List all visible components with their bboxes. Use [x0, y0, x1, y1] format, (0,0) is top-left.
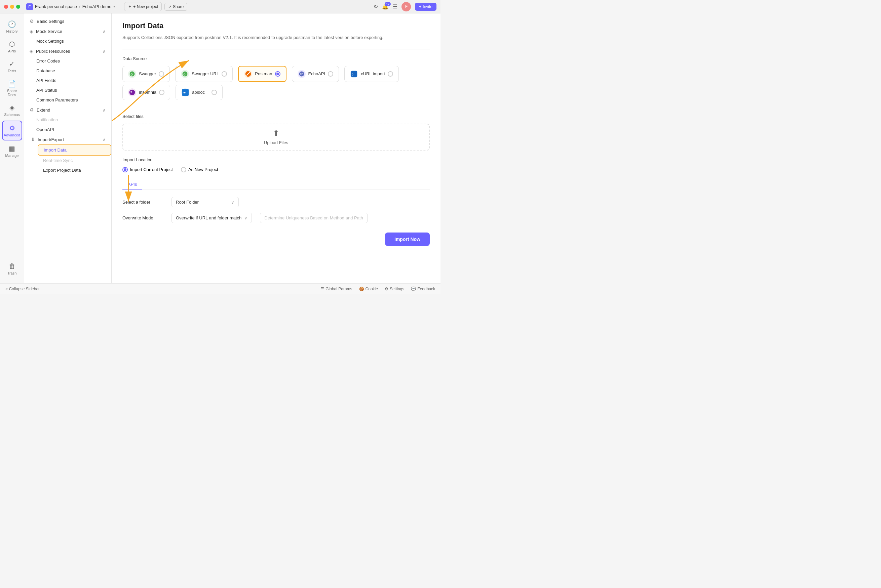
select-folder-dropdown[interactable]: Root Folder ∨ — [171, 197, 239, 207]
sidebar-item-history[interactable]: 🕐 History — [2, 18, 22, 36]
import-export-children: Import Data Real-time Sync Export Projec… — [31, 144, 111, 175]
ds-option-apidoc[interactable]: API apidoc — [176, 85, 223, 100]
nav-section-public-resources[interactable]: ◈ Public Resources ∧ — [24, 46, 111, 56]
sidebar-item-schemas[interactable]: ◈ Schemas — [2, 101, 22, 119]
minimize-button[interactable] — [10, 5, 14, 9]
insomnia-radio[interactable] — [159, 90, 164, 95]
nav-item-realtime-sync: Real-time Sync — [38, 156, 111, 165]
nav-section-label: Extend — [37, 108, 50, 112]
svg-point-10 — [129, 89, 135, 95]
upload-area[interactable]: ⬆ Upload Files — [122, 124, 430, 150]
collapse-sidebar-button[interactable]: « Collapse Sidebar — [5, 286, 40, 291]
bottom-bar-right: ☰ Global Params 🍪 Cookie ⚙ Settings 💬 Fe… — [320, 286, 435, 291]
nav-item-openapi[interactable]: OpenAPI — [31, 124, 111, 134]
data-source-grid: {} Swagger {} Swagger URL — [122, 66, 430, 82]
nav-item-error-codes[interactable]: Error Codes — [31, 56, 111, 66]
invite-button[interactable]: + Invite — [415, 3, 436, 11]
nav-item-database[interactable]: Database — [31, 66, 111, 76]
ds-option-echoapi[interactable]: API EchoAPI — [292, 66, 339, 82]
postman-radio[interactable] — [275, 71, 280, 76]
share-label: Share — [173, 4, 183, 9]
page-title: Import Data — [122, 21, 430, 30]
settings-button[interactable]: ⚙ Settings — [385, 286, 404, 291]
ds-option-curl[interactable]: {} cURL import — [344, 66, 399, 82]
share-button[interactable]: ↗ Share — [164, 3, 187, 11]
left-sidebar: 🕐 History ⬡ APIs ✓ Tests 📄 Share Docs ◈ … — [0, 14, 24, 283]
import-new-radio[interactable]: As New Project — [181, 167, 218, 172]
breadcrumb-separator: / — [79, 4, 80, 9]
cookie-button[interactable]: 🍪 Cookie — [359, 286, 378, 291]
avatar: F — [401, 2, 411, 11]
uniqueness-label: Determine Uniqueness Based on Method and… — [264, 215, 363, 220]
nav-item-label: API Status — [36, 88, 57, 93]
upload-icon: ⬆ — [273, 129, 280, 138]
ds-option-swagger-url[interactable]: {} Swagger URL — [175, 66, 233, 82]
nav-item-label: Import Data — [44, 147, 66, 153]
nav-section-mock-service[interactable]: ◈ Mock Service ∧ — [24, 26, 111, 36]
maximize-button[interactable] — [16, 5, 20, 9]
swagger-url-radio[interactable] — [222, 71, 227, 76]
feedback-button[interactable]: 💬 Feedback — [411, 286, 435, 291]
sidebar-item-apis[interactable]: ⬡ APIs — [2, 37, 22, 56]
svg-text:API: API — [183, 92, 186, 94]
overwrite-mode-row: Overwrite Mode Overwrite if URL and fold… — [122, 213, 430, 223]
sidebar-item-tests[interactable]: ✓ Tests — [2, 57, 22, 76]
menu-button[interactable]: ☰ — [393, 3, 397, 10]
close-button[interactable] — [4, 5, 8, 9]
sidebar-item-advanced[interactable]: ⚙ Advanced — [2, 121, 22, 141]
ds-option-postman[interactable]: Postman — [238, 66, 286, 82]
sidebar-item-trash[interactable]: 🗑 Trash — [2, 260, 22, 279]
import-now-button[interactable]: Import Now — [385, 232, 430, 246]
chevron-down-icon[interactable]: ▾ — [113, 4, 115, 9]
chevron-up-icon: ∧ — [102, 29, 106, 34]
sidebar-item-manage[interactable]: ▦ Manage — [2, 142, 22, 160]
notification-button[interactable]: 🔔 17 — [382, 3, 389, 10]
radio-circle — [181, 167, 186, 172]
nav-item-mock-settings[interactable]: Mock Settings — [31, 36, 111, 46]
titlebar-right: ↻ 🔔 17 ☰ F + Invite — [374, 2, 436, 11]
echoapi-radio[interactable] — [328, 71, 333, 76]
global-params-button[interactable]: ☰ Global Params — [320, 286, 352, 291]
nav-item-label: Basic Settings — [37, 19, 64, 24]
import-current-radio[interactable]: Import Current Project — [122, 167, 173, 172]
plus-icon: ＋ — [128, 4, 132, 9]
manage-icon: ▦ — [9, 144, 15, 153]
nav-item-import-data[interactable]: Import Data — [38, 144, 111, 156]
nav-section-extend[interactable]: ♻ Extend ∧ — [24, 105, 111, 115]
new-project-button[interactable]: ＋ + New project — [124, 2, 162, 11]
swagger-url-icon: {} — [181, 70, 189, 78]
swagger-radio[interactable] — [159, 71, 164, 76]
nav-item-api-status[interactable]: API Status — [31, 86, 111, 95]
sidebar-item-label: Advanced — [4, 133, 20, 137]
sidebar-item-label: Share Docs — [4, 89, 20, 97]
ds-option-swagger[interactable]: {} Swagger — [122, 66, 170, 82]
nav-item-common-parameters[interactable]: Common Parameters — [31, 95, 111, 105]
nav-item-export-project[interactable]: Export Project Data — [38, 165, 111, 175]
extend-children: Notification OpenAPI ⬇ Import/Export ∧ I… — [24, 115, 111, 175]
postman-icon — [244, 70, 252, 78]
sidebar-item-share-docs[interactable]: 📄 Share Docs — [2, 77, 22, 99]
titlebar: E Frank personal space / EchoAPI demo ▾ … — [0, 0, 440, 14]
nav-item-label: Mock Settings — [36, 39, 64, 44]
svg-point-11 — [131, 91, 132, 92]
nav-item-label: Export Project Data — [43, 168, 81, 173]
share-docs-icon: 📄 — [8, 80, 16, 88]
nav-item-api-fields[interactable]: API Fields — [31, 76, 111, 86]
curl-radio[interactable] — [388, 71, 393, 76]
refresh-button[interactable]: ↻ — [374, 3, 378, 10]
nav-section-import-export[interactable]: ⬇ Import/Export ∧ — [31, 134, 111, 144]
tab-apis[interactable]: APIs — [122, 179, 142, 190]
nav-item-basic-settings[interactable]: ⚙ Basic Settings — [24, 16, 111, 26]
radio-circle — [122, 167, 128, 172]
overwrite-mode-dropdown[interactable]: Overwrite if URL and folder match ∨ — [171, 213, 252, 223]
import-location-label: Import Location — [122, 157, 430, 162]
ds-option-insomnia[interactable]: insomnia — [122, 85, 170, 100]
svg-text:API: API — [299, 73, 303, 75]
uniqueness-dropdown[interactable]: Determine Uniqueness Based on Method and… — [260, 213, 367, 223]
nav-item-label: Error Codes — [36, 58, 60, 63]
echoapi-icon: API — [298, 70, 306, 78]
feedback-label: Feedback — [417, 286, 435, 291]
apidoc-radio[interactable] — [212, 90, 217, 95]
select-folder-label: Select a folder — [122, 200, 166, 205]
invite-icon: + — [419, 4, 421, 9]
